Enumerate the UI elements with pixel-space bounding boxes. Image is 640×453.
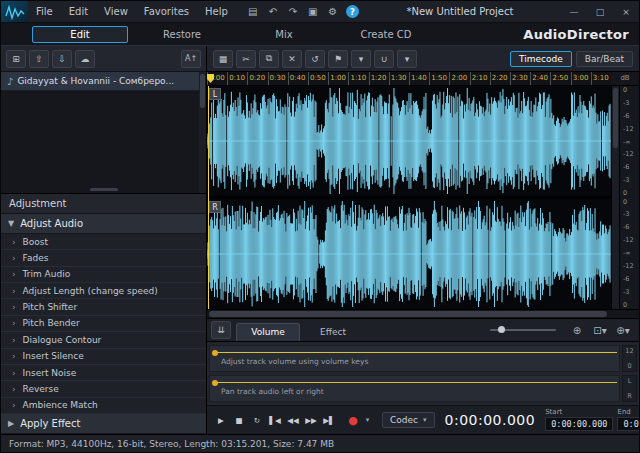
menu-favorites[interactable]: Favorites (136, 6, 197, 17)
tab-edit[interactable]: Edit (32, 26, 128, 43)
tab-mix[interactable]: Mix (236, 26, 332, 43)
copy-icon[interactable]: ⧉ (259, 50, 279, 68)
scale-label: 0 (627, 362, 631, 370)
stop-button[interactable]: ■ (231, 411, 247, 429)
zoom-slider-handle[interactable] (498, 326, 505, 333)
marker-icon[interactable]: ⚑ (328, 50, 348, 68)
vertical-scrollbar[interactable] (611, 86, 619, 309)
view-mode-bar-beat[interactable]: Bar/Beat (576, 51, 633, 67)
library-item[interactable]: ♪ Gidayyat & Hovannii - Сомбреро... (1, 72, 206, 91)
adjust-item-insert-silence[interactable]: ›Insert Silence (1, 349, 206, 365)
chevron-right-icon: › (12, 318, 16, 328)
delete-icon[interactable]: ✕ (282, 50, 302, 68)
titlebar: FileEditViewFavoritesHelp ▤↶↷▣⚙ ? *New U… (1, 1, 639, 23)
adjust-item-reverse[interactable]: ›Reverse (1, 381, 206, 397)
keyframe-area[interactable]: Pan track audio left or right (209, 375, 620, 402)
sort-button[interactable]: A↑ (181, 50, 201, 68)
loop-button[interactable]: ↻ (249, 411, 265, 429)
redo-icon[interactable]: ↷ (284, 4, 302, 20)
adjust-item-adjust-length-change-speed[interactable]: ›Adjust Length (change speed) (1, 283, 206, 299)
menu-edit[interactable]: Edit (61, 6, 96, 17)
adjust-item-ambience-match[interactable]: ›Ambience Match (1, 398, 206, 414)
zoom-slider[interactable] (490, 329, 556, 331)
start-time-field[interactable]: 0:00:00.000 (545, 417, 613, 431)
settings-gear-icon[interactable]: ⚙ (324, 4, 342, 20)
tab-create-cd[interactable]: Create CD (338, 26, 434, 43)
start-end-fields: Start 0:00:00.000 End 0:00:00.000 (545, 409, 640, 431)
panel-resize-handle[interactable] (90, 188, 118, 191)
keyframe-line[interactable] (214, 382, 617, 383)
step-back-button[interactable]: ◀◀ (285, 411, 301, 429)
scale-label: 12 (625, 347, 633, 355)
waveform-lane-left[interactable]: L (207, 86, 611, 196)
end-time-field[interactable]: 0:00:00.000 (617, 417, 640, 431)
apply-effect-group[interactable]: ▶ Apply Effect (1, 414, 206, 434)
vertical-scrollbar-thumb[interactable] (613, 88, 618, 148)
keyframe-dot[interactable] (212, 350, 218, 356)
select-tool-icon[interactable]: ▦ (213, 50, 233, 68)
export-icon[interactable]: ⇧ (29, 50, 49, 68)
adjust-item-pitch-bender[interactable]: ›Pitch Bender (1, 316, 206, 332)
waveform-lane-right[interactable]: R (207, 199, 611, 309)
cloud-icon[interactable]: ☁ (75, 50, 95, 68)
scale-label: L (628, 377, 632, 385)
menu-file[interactable]: File (28, 6, 61, 17)
zoom-in-icon[interactable]: ⊕ (567, 321, 587, 339)
marker-menu-icon[interactable]: ▾ (351, 50, 371, 68)
adjust-item-pitch-shifter[interactable]: ›Pitch Shifter (1, 299, 206, 315)
adjust-item-insert-noise[interactable]: ›Insert Noise (1, 365, 206, 381)
db-label: -6 (623, 224, 629, 231)
notification-badge-icon[interactable]: ? (346, 5, 359, 18)
editor-panel: ▦✂⧉✕↺⚑▾∪▾ TimecodeBar/Beat 0:000:100:200… (207, 46, 639, 434)
library-scrollbar[interactable] (199, 72, 206, 193)
snap-icon[interactable]: ∪ (374, 50, 394, 68)
tab-effect[interactable]: Effect (301, 324, 365, 341)
expand-panel-icon[interactable]: ⇊ (211, 321, 231, 339)
horizontal-scrollbar[interactable] (207, 309, 639, 318)
caret-right-icon: ▶ (8, 419, 14, 428)
adjust-item-label: Adjust Length (change speed) (23, 286, 158, 296)
menu-help[interactable]: Help (197, 6, 236, 17)
step-forward-button[interactable]: ▶▶ (303, 411, 319, 429)
close-button[interactable]: × (613, 1, 639, 22)
adjust-item-label: Reverse (23, 384, 59, 394)
db-label: -12 (623, 237, 634, 244)
record-options-icon[interactable]: ▾ (363, 411, 372, 429)
timeline-ruler[interactable]: 0:000:100:200:300:400:501:001:101:201:30… (207, 72, 611, 85)
adjust-item-dialogue-contour[interactable]: ›Dialogue Contour (1, 332, 206, 348)
import-media-icon[interactable]: ⊞ (6, 50, 26, 68)
play-button[interactable]: ▶ (213, 411, 229, 429)
db-unit-label: dB (611, 72, 639, 85)
adjust-item-fades[interactable]: ›Fades (1, 250, 206, 266)
scissors-icon[interactable]: ✂ (236, 50, 256, 68)
zoom-options-icon[interactable]: ⊕▾ (613, 321, 633, 339)
capture-icon[interactable]: ▣ (304, 4, 322, 20)
horizontal-scrollbar-thumb[interactable] (209, 311, 607, 317)
zoom-fit-icon[interactable]: ⊡▾ (590, 321, 610, 339)
library-scrollbar-thumb[interactable] (200, 74, 205, 108)
keyframe-line[interactable] (214, 352, 617, 353)
tab-volume[interactable]: Volume (236, 323, 300, 341)
adjust-audio-group[interactable]: ▼ Adjust Audio (1, 214, 206, 234)
maximize-button[interactable]: □ (587, 1, 613, 22)
view-mode-timecode[interactable]: Timecode (510, 51, 572, 67)
go-to-start-button[interactable]: ▌◀ (267, 411, 283, 429)
menu-view[interactable]: View (96, 6, 136, 17)
keyframe-area[interactable]: Adjust track volume using volume keys (209, 345, 620, 372)
download-icon[interactable]: ⇩ (52, 50, 72, 68)
playhead-line[interactable] (208, 86, 209, 309)
minimize-button[interactable]: — (561, 1, 587, 22)
codec-button[interactable]: Codec ▾ (382, 412, 435, 428)
tools-menu-icon[interactable]: ▾ (397, 50, 417, 68)
chevron-right-icon: › (12, 335, 16, 345)
adjust-item-label: Pitch Bender (23, 318, 80, 328)
record-button[interactable]: ● (345, 411, 361, 429)
tab-restore[interactable]: Restore (134, 26, 230, 43)
go-to-end-button[interactable]: ▶▌ (321, 411, 337, 429)
undo-icon[interactable]: ↶ (264, 4, 282, 20)
adjust-item-boost[interactable]: ›Boost (1, 234, 206, 250)
keyframe-dot[interactable] (212, 380, 218, 386)
adjust-item-trim-audio[interactable]: ›Trim Audio (1, 267, 206, 283)
undo-region-icon[interactable]: ↺ (305, 50, 325, 68)
save-icon[interactable]: ▤ (244, 4, 262, 20)
